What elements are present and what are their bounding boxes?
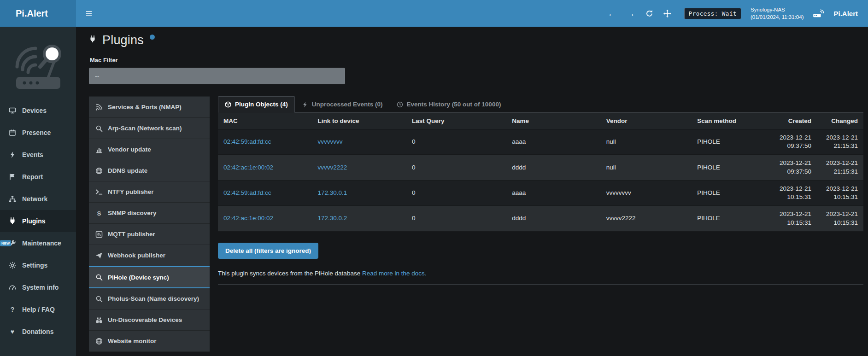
plugins-icon (8, 217, 17, 225)
changed-cell: 2023-12-21 21:15:31 (817, 129, 863, 155)
table-row: 02:42:59:ad:fd:cc172.30.0.10aaaavvvvvvvv… (218, 180, 863, 205)
plugin-nav-label: Arp-Scan (Network scan) (108, 125, 182, 132)
sidebar-item-network[interactable]: Network (0, 188, 76, 210)
vendor-cell: null (601, 155, 692, 180)
sidebar-item-plugins[interactable]: Plugins (0, 210, 76, 232)
sidebar-item-report[interactable]: Report (0, 166, 76, 188)
mac-link[interactable]: 02:42:ac:1e:00:02 (223, 215, 273, 222)
plugin-nav-item-website-monitor[interactable]: Website monitor (89, 331, 210, 352)
move-arrows-icon[interactable] (663, 10, 671, 18)
title-help-badge[interactable] (150, 35, 155, 40)
process-status-badge: Process: Wait (684, 8, 741, 19)
plugin-nav-item-pholus-scan-name-discovery[interactable]: Pholus-Scan (Name discovery) (89, 288, 210, 309)
plugin-nav-label: SNMP discovery (108, 210, 157, 216)
content-columns: Services & Ports (NMAP)Arp-Scan (Network… (89, 96, 863, 352)
mqtt-icon (95, 231, 103, 238)
bolt-icon (302, 101, 308, 108)
mac-filter-input[interactable] (89, 68, 345, 84)
delete-all-button[interactable]: Delete all (filters are ignored) (218, 243, 318, 259)
sidebar-item-presence[interactable]: Presence (0, 122, 76, 144)
forward-arrow-icon[interactable]: → (627, 9, 635, 18)
device-link[interactable]: 172.30.0.1 (318, 189, 347, 196)
tab-events-history-50-out-of-10000[interactable]: Events History (50 out of 10000) (390, 96, 508, 113)
tab-unprocessed-events-0[interactable]: Unprocessed Events (0) (295, 96, 390, 113)
mac-link[interactable]: 02:42:59:ad:fd:cc (223, 189, 271, 196)
plugin-nav-item-mqtt-publisher[interactable]: MQTT publisher (89, 224, 210, 245)
column-header-link-to-device: Link to device (312, 113, 407, 129)
sidebar-item-label: Help / FAQ (22, 306, 55, 313)
table-row: 02:42:ac:1e:00:02vvvvv22220ddddnullPIHOL… (218, 155, 863, 180)
column-header-changed: Changed (817, 113, 863, 129)
binoculars-icon (95, 316, 103, 324)
column-header-last-query: Last Query (406, 113, 506, 129)
changed-cell: 2023-12-21 10:15:31 (817, 180, 863, 205)
device-link[interactable]: 172.30.0.2 (318, 215, 347, 222)
page-title: Plugins (102, 33, 144, 47)
mac-cell: 02:42:ac:1e:00:02 (218, 155, 312, 180)
app-logo[interactable]: Pi.Alert (0, 0, 76, 27)
host-info: Synology-NAS (01/01/2024, 11:31:04) (751, 6, 804, 21)
plugin-nav-label: Pholus-Scan (Name discovery) (108, 295, 199, 302)
sidebar-item-label: Plugins (22, 217, 46, 225)
device-link[interactable]: vvvvvvvv (318, 138, 343, 145)
last-query-cell: 0 (406, 155, 506, 180)
plugin-nav-item-snmp-discovery[interactable]: SSNMP discovery (89, 203, 210, 224)
mac-cell: 02:42:59:ad:fd:cc (218, 180, 312, 205)
sidebar-item-settings[interactable]: Settings (0, 254, 76, 276)
refresh-icon[interactable] (645, 10, 653, 18)
main-content: Plugins Mac Filter Services & Ports (NMA… (76, 27, 868, 356)
plugin-nav-item-services-ports-nmap[interactable]: Services & Ports (NMAP) (89, 97, 210, 118)
created-cell: 2023-12-21 09:37:50 (770, 129, 817, 155)
plugin-objects-table: MACLink to deviceLast QueryNameVendorSca… (218, 113, 863, 232)
devices-icon (8, 107, 17, 114)
top-bar-main: ← → Process: Wait Synology-NAS (01/01/20… (76, 0, 868, 27)
plugin-nav-item-arp-scan-network-scan[interactable]: Arp-Scan (Network scan) (89, 118, 210, 139)
column-header-vendor: Vendor (601, 113, 692, 129)
mac-link[interactable]: 02:42:ac:1e:00:02 (223, 164, 273, 171)
docs-link[interactable]: Read more in the docs. (362, 270, 427, 277)
cube-icon (225, 101, 231, 108)
plugin-nav-item-pihole-device-sync[interactable]: PiHole (Device sync) (89, 266, 210, 288)
menu-toggle-button[interactable] (83, 8, 94, 19)
device-link[interactable]: vvvvv2222 (318, 164, 347, 171)
plugin-nav-item-ddns-update[interactable]: DDNS update (89, 160, 210, 181)
sidebar-item-maintenance[interactable]: MaintenanceNEW (0, 232, 76, 254)
vendor-cell: null (601, 129, 692, 155)
help-icon: ? (8, 306, 17, 313)
globe-icon (95, 167, 103, 175)
plugin-nav-label: Webhook publisher (108, 252, 165, 259)
sidebar-item-events[interactable]: Events (0, 144, 76, 166)
back-arrow-icon[interactable]: ← (608, 9, 616, 18)
bar-chart-icon (95, 146, 103, 153)
sidebar-item-devices[interactable]: Devices (0, 99, 76, 122)
mac-link[interactable]: 02:42:59:ad:fd:cc (223, 138, 271, 145)
sidebar-item-donations[interactable]: ♥Donations (0, 321, 76, 343)
sidebar-item-label: Report (22, 173, 43, 181)
plugin-nav-label: Services & Ports (NMAP) (108, 104, 182, 111)
send-icon (95, 252, 103, 259)
plugin-nav-item-vendor-update[interactable]: Vendor update (89, 139, 210, 160)
sidebar-item-label: Maintenance (22, 239, 61, 247)
column-header-name: Name (506, 113, 601, 129)
search-icon (95, 274, 103, 281)
created-cell: 2023-12-21 10:15:31 (770, 206, 817, 231)
table-row: 02:42:59:ad:fd:ccvvvvvvvv0aaaanullPIHOLE… (218, 129, 863, 155)
column-header-scan-method: Scan method (692, 113, 770, 129)
sidebar: DevicesPresenceEventsReportNetworkPlugin… (0, 27, 76, 356)
top-nav-buttons: ← → (608, 9, 671, 18)
plugin-nav-item-un-discoverable-devices[interactable]: Un-Discoverable Devices (89, 309, 210, 331)
sidebar-item-system-info[interactable]: System info (0, 276, 76, 298)
sidebar-item-help-faq[interactable]: ?Help / FAQ (0, 298, 76, 321)
device-link-cell: vvvvv2222 (312, 155, 407, 180)
plugin-nav-item-webhook-publisher[interactable]: Webhook publisher (89, 245, 210, 266)
sidebar-item-label: Donations (22, 328, 53, 335)
plugin-nav-label: NTFY publisher (108, 188, 154, 195)
events-icon (8, 151, 17, 158)
new-badge: NEW (0, 240, 11, 246)
tab-plugin-objects-4[interactable]: Plugin Objects (4) (218, 96, 295, 113)
sidebar-item-label: Devices (22, 107, 47, 114)
created-cell: 2023-12-21 09:37:50 (770, 155, 817, 180)
snmp-icon: S (95, 210, 103, 217)
brand-right: Pi.Alert (833, 10, 861, 18)
plugin-nav-item-ntfy-publisher[interactable]: NTFY publisher (89, 181, 210, 203)
